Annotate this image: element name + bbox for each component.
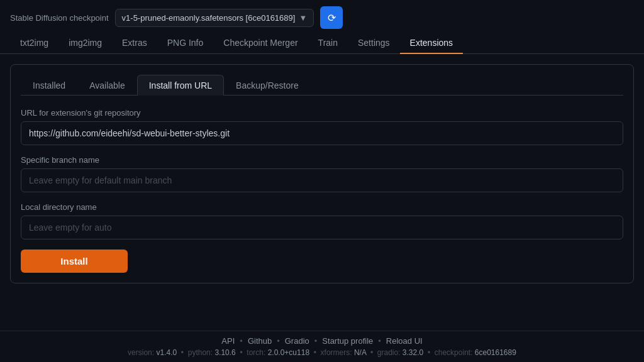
branch-group: Specific branch name xyxy=(21,155,623,192)
footer-reload-link[interactable]: Reload UI xyxy=(386,336,423,346)
footer-version: version: v1.4.0 • python: 3.10.6 • torch… xyxy=(10,348,634,357)
version-value: v1.4.0 xyxy=(156,348,177,357)
install-button[interactable]: Install xyxy=(21,250,128,273)
refresh-button[interactable]: ⟳ xyxy=(320,6,343,29)
tab-extras[interactable]: Extras xyxy=(112,33,157,54)
tab-txt2img[interactable]: txt2img xyxy=(10,33,58,54)
extensions-card: Installed Available Install from URL Bac… xyxy=(10,64,634,283)
subtab-available[interactable]: Available xyxy=(77,75,137,96)
tab-img2img[interactable]: img2img xyxy=(58,33,112,54)
url-label: URL for extension's git repository xyxy=(21,108,623,118)
tab-png-info[interactable]: PNG Info xyxy=(157,33,214,54)
sub-tabs: Installed Available Install from URL Bac… xyxy=(21,75,623,96)
sep4: • xyxy=(378,336,381,346)
tab-extensions[interactable]: Extensions xyxy=(400,33,463,54)
checkpoint-hash-value: 6ce0161689 xyxy=(475,348,516,357)
chevron-down-icon: ▼ xyxy=(299,13,307,23)
subtab-install-from-url[interactable]: Install from URL xyxy=(137,75,224,96)
branch-label: Specific branch name xyxy=(21,155,623,165)
main-content: Installed Available Install from URL Bac… xyxy=(0,54,644,293)
url-input[interactable] xyxy=(21,121,623,145)
torch-value: 2.0.0+cu118 xyxy=(268,348,309,357)
url-group: URL for extension's git repository xyxy=(21,108,623,145)
checkpoint-select[interactable]: v1-5-pruned-emaonly.safetensors [6ce0161… xyxy=(115,9,314,27)
branch-input[interactable] xyxy=(21,168,623,192)
refresh-icon: ⟳ xyxy=(328,12,336,24)
subtab-backup-restore[interactable]: Backup/Restore xyxy=(224,75,311,96)
footer-startup-link[interactable]: Startup profile xyxy=(322,336,373,346)
checkpoint-value: v1-5-pruned-emaonly.safetensors [6ce0161… xyxy=(122,13,296,23)
footer-gradio-link[interactable]: Gradio xyxy=(285,336,309,346)
xformers-value: N/A xyxy=(354,348,366,357)
tab-checkpoint-merger[interactable]: Checkpoint Merger xyxy=(213,33,308,54)
subtab-installed[interactable]: Installed xyxy=(21,75,77,96)
nav-tabs: txt2img img2img Extras PNG Info Checkpoi… xyxy=(0,33,644,54)
sep3: • xyxy=(314,336,318,346)
dir-input[interactable] xyxy=(21,216,623,239)
dir-label: Local directory name xyxy=(21,202,623,212)
footer-github-link[interactable]: Github xyxy=(248,336,272,346)
dir-group: Local directory name xyxy=(21,202,623,239)
checkpoint-label: Stable Diffusion checkpoint xyxy=(10,13,109,23)
sep1: • xyxy=(240,336,243,346)
footer-api-link[interactable]: API xyxy=(221,336,235,346)
tab-train[interactable]: Train xyxy=(308,33,348,54)
tab-settings[interactable]: Settings xyxy=(348,33,400,54)
top-bar: Stable Diffusion checkpoint v1-5-pruned-… xyxy=(0,0,644,33)
gradio-value: 3.32.0 xyxy=(402,348,423,357)
python-value: 3.10.6 xyxy=(214,348,235,357)
sep2: • xyxy=(277,336,280,346)
footer-links: API • Github • Gradio • Startup profile … xyxy=(10,336,634,346)
footer: API • Github • Gradio • Startup profile … xyxy=(0,331,644,362)
